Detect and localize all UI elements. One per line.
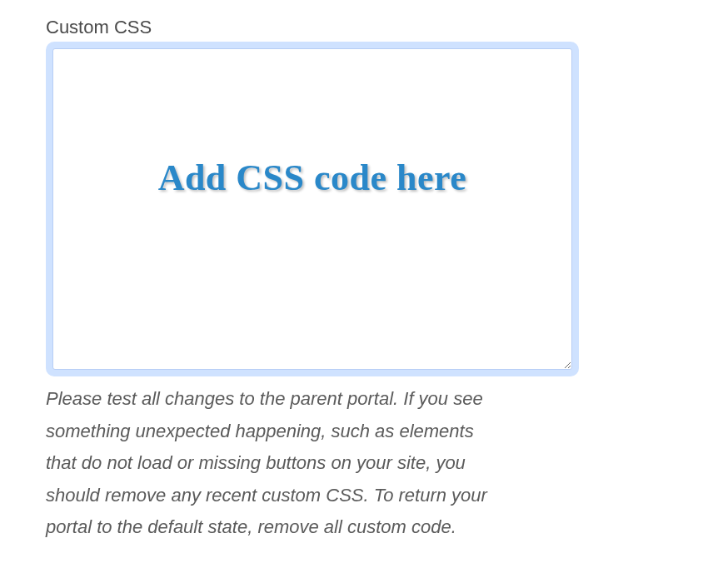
form-section: Custom CSS Add CSS code here Please test… bbox=[0, 0, 723, 561]
textarea-focus-ring: Add CSS code here bbox=[46, 42, 579, 376]
custom-css-help-text: Please test all changes to the parent po… bbox=[46, 383, 487, 544]
custom-css-label: Custom CSS bbox=[46, 17, 677, 38]
custom-css-input[interactable] bbox=[52, 48, 572, 370]
